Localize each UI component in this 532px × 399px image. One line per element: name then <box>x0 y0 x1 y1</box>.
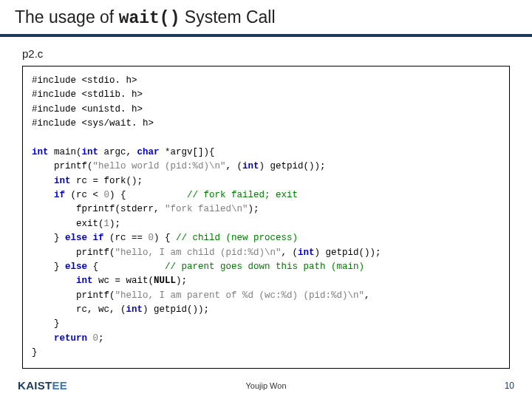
code-t: { <box>87 262 165 272</box>
code-kw: int <box>76 276 93 286</box>
page-number: 10 <box>505 381 514 391</box>
title-bar: The usage of wait() System Call <box>0 0 532 37</box>
code-kw: int <box>82 147 99 157</box>
code-t: *argv[]){ <box>160 147 215 157</box>
code-t: exit( <box>32 219 104 229</box>
code-comment: // child (new process) <box>176 233 298 243</box>
title-suffix: System Call <box>180 7 275 27</box>
code-t: (rc < <box>65 190 104 200</box>
code-num: 0 <box>104 190 110 200</box>
footer: KAISTEE Youjip Won 10 <box>0 379 532 392</box>
code-t: rc = fork(); <box>71 176 143 186</box>
code-str: "hello, I am child (pid:%d)\n" <box>115 248 282 258</box>
code-kw: int <box>242 161 259 171</box>
code-t: , ( <box>282 248 299 258</box>
code-t: ); <box>248 204 259 214</box>
code-str: "fork failed\n" <box>165 204 248 214</box>
code-t: printf( <box>32 290 115 301</box>
code-t: main( <box>49 147 82 157</box>
code-kw: int <box>32 147 49 157</box>
code-t: ) getpid()); <box>315 248 381 258</box>
code-t <box>87 333 93 344</box>
code-null: NULL <box>154 276 176 286</box>
code-str: "hello, I am parent of %d (wc:%d) (pid:%… <box>115 290 365 301</box>
code-kw: if <box>54 190 65 200</box>
code-t: } <box>32 262 65 272</box>
code-kw: return <box>54 333 87 344</box>
author-name: Youjip Won <box>245 381 286 390</box>
code-t: fprintf(stderr, <box>32 204 165 214</box>
code-num: 0 <box>93 333 99 344</box>
code-kw: else <box>65 262 87 272</box>
code-t: (rc == <box>104 233 149 243</box>
code-t <box>32 176 54 186</box>
code-t: printf( <box>32 161 93 171</box>
code-t: argc, <box>98 147 137 157</box>
code-line: #include <stdlib. h> <box>32 89 143 100</box>
code-block: #include <stdio. h> #include <stdlib. h>… <box>22 66 510 369</box>
code-t: ; <box>98 333 104 344</box>
code-t <box>32 190 54 200</box>
code-str: "hello world (pid:%d)\n" <box>93 161 226 171</box>
logo: KAISTEE <box>18 379 67 392</box>
code-kw: int <box>54 176 71 186</box>
logo-suffix: EE <box>52 379 68 392</box>
code-t: ) { <box>154 233 176 243</box>
code-t <box>32 276 76 286</box>
title-code: wait() <box>119 9 180 28</box>
code-t: ) { <box>109 190 187 200</box>
code-line: #include <sys/wait. h> <box>32 118 154 129</box>
code-t: printf( <box>32 248 115 258</box>
code-t: , ( <box>226 161 243 171</box>
code-t: ); <box>176 276 187 286</box>
code-t: , <box>364 290 370 301</box>
code-kw: char <box>137 147 160 157</box>
slide: The usage of wait() System Call p2.c #in… <box>0 0 532 399</box>
code-line: #include <unistd. h> <box>32 104 143 115</box>
code-line: #include <stdio. h> <box>32 75 137 86</box>
code-t: rc, wc, ( <box>32 304 126 315</box>
code-t <box>32 333 54 344</box>
code-t: } <box>32 347 38 358</box>
code-num: 1 <box>104 219 110 229</box>
code-kw: else if <box>65 233 104 243</box>
slide-title: The usage of wait() System Call <box>15 7 517 28</box>
code-t: wc = wait( <box>93 276 154 286</box>
code-kw: int <box>298 248 315 258</box>
code-num: 0 <box>149 233 154 243</box>
code-t: } <box>32 318 60 329</box>
code-comment: // fork failed; exit <box>187 190 298 200</box>
code-kw: int <box>126 304 143 315</box>
code-t: } <box>32 233 65 243</box>
title-prefix: The usage of <box>15 7 119 27</box>
code-t: ); <box>109 219 120 229</box>
logo-main: KAIST <box>18 379 52 392</box>
code-t: ) getpid()); <box>259 161 326 171</box>
code-comment: // parent goes down this path (main) <box>165 262 364 272</box>
code-t: ) getpid()); <box>143 304 209 315</box>
filename-label: p2.c <box>22 47 532 60</box>
